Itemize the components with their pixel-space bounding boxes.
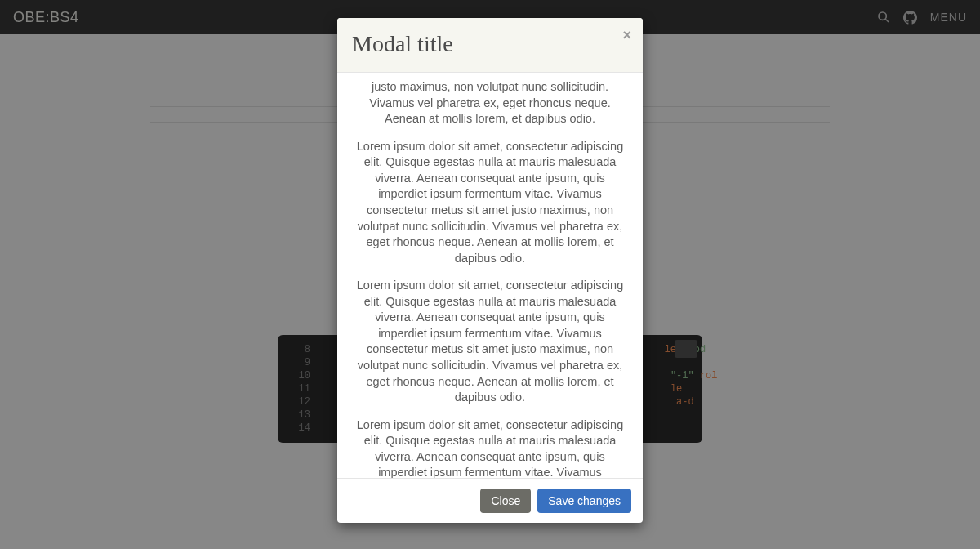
modal-paragraph: Lorem ipsum dolor sit amet, consectetur … (352, 139, 628, 267)
modal-footer: Close Save changes (337, 478, 643, 523)
save-changes-button[interactable]: Save changes (537, 489, 631, 513)
modal-header: Modal title × (337, 18, 643, 73)
close-icon[interactable]: × (622, 28, 631, 42)
close-button[interactable]: Close (480, 489, 531, 513)
modal-body[interactable]: justo maximus, non volutpat nunc sollici… (337, 73, 643, 478)
modal-paragraph: justo maximus, non volutpat nunc sollici… (352, 79, 628, 127)
modal-paragraph: Lorem ipsum dolor sit amet, consectetur … (352, 278, 628, 406)
modal-paragraph: Lorem ipsum dolor sit amet, consectetur … (352, 417, 628, 478)
modal-dialog: Modal title × justo maximus, non volutpa… (337, 18, 643, 523)
modal-title: Modal title (352, 31, 628, 57)
